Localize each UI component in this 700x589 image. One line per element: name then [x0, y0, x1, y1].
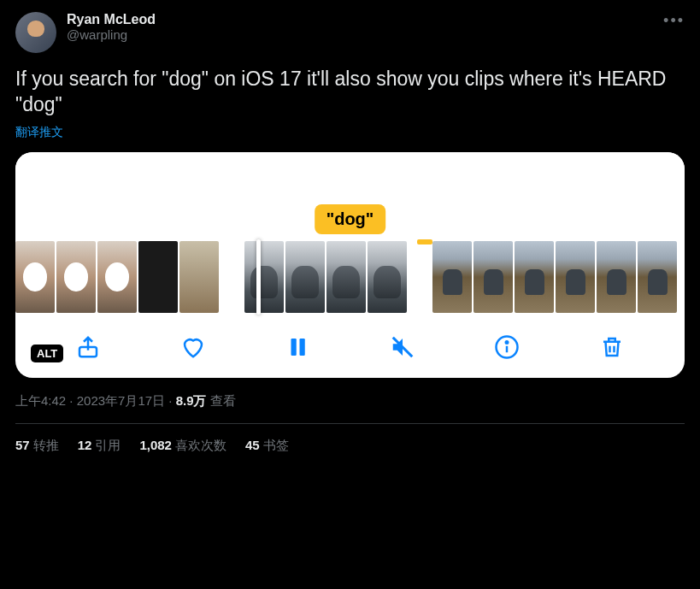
display-name[interactable]: Ryan McLeod: [67, 12, 156, 27]
info-icon[interactable]: [491, 332, 522, 362]
stat-likes[interactable]: 1,082喜欢次数: [139, 438, 226, 454]
svg-rect-2: [300, 339, 305, 356]
clip-thumb: [179, 241, 219, 313]
clip-thumb: [138, 241, 178, 313]
tweet-date[interactable]: 2023年7月17日: [77, 393, 165, 408]
search-tag: "dog": [315, 204, 386, 234]
video-timeline[interactable]: [15, 234, 685, 320]
stat-quotes[interactable]: 12引用: [78, 438, 121, 454]
clip-thumb: [638, 241, 677, 313]
clip-thumb: [515, 241, 554, 313]
meta-row: 上午4:42 · 2023年7月17日 · 8.9万 查看: [15, 393, 685, 409]
clip-group-2: [244, 241, 407, 313]
clip-thumb: [285, 241, 325, 313]
views-count: 8.9万: [176, 393, 207, 408]
mute-icon[interactable]: [387, 332, 418, 362]
svg-point-6: [506, 341, 509, 344]
clip-thumb: [97, 241, 137, 313]
playhead[interactable]: [256, 239, 261, 315]
stats-row: 57转推 12引用 1,082喜欢次数 45书签: [15, 438, 685, 454]
clip-thumb: [474, 241, 513, 313]
clip-thumb: [368, 241, 407, 313]
clip-thumb: [597, 241, 636, 313]
clip-group-1: [15, 241, 219, 313]
divider: [15, 423, 685, 424]
more-icon[interactable]: •••: [663, 12, 685, 30]
pause-icon[interactable]: [282, 332, 313, 362]
media-toolbar: [15, 320, 685, 369]
svg-rect-1: [291, 339, 297, 356]
clip-thumb: [326, 241, 366, 313]
stat-retweets[interactable]: 57转推: [15, 438, 59, 454]
views-label: 查看: [210, 393, 236, 408]
alt-badge[interactable]: ALT: [31, 345, 63, 362]
share-icon[interactable]: [73, 332, 103, 362]
handle[interactable]: @warpling: [67, 27, 156, 42]
clip-thumb: [432, 241, 472, 313]
stat-bookmarks[interactable]: 45书签: [245, 438, 289, 454]
avatar[interactable]: [15, 12, 56, 53]
tweet-header: Ryan McLeod @warpling •••: [15, 12, 685, 53]
clip-thumb: [244, 241, 284, 313]
media-top: "dog": [15, 152, 685, 234]
heart-icon[interactable]: [178, 332, 209, 362]
trash-icon[interactable]: [597, 332, 627, 362]
author-block: Ryan McLeod @warpling: [67, 12, 156, 42]
clip-group-3: [432, 241, 677, 313]
clip-thumb: [56, 241, 96, 313]
tweet-text: If you search for "dog" on iOS 17 it'll …: [15, 67, 685, 118]
clip-thumb: [556, 241, 595, 313]
tweet-time[interactable]: 上午4:42: [15, 393, 66, 408]
clip-thumb: [15, 241, 55, 313]
translate-link[interactable]: 翻译推文: [15, 125, 685, 140]
tweet-container: Ryan McLeod @warpling ••• If you search …: [0, 0, 700, 466]
search-tick-mark: [417, 239, 432, 244]
media-card[interactable]: "dog": [15, 152, 685, 378]
